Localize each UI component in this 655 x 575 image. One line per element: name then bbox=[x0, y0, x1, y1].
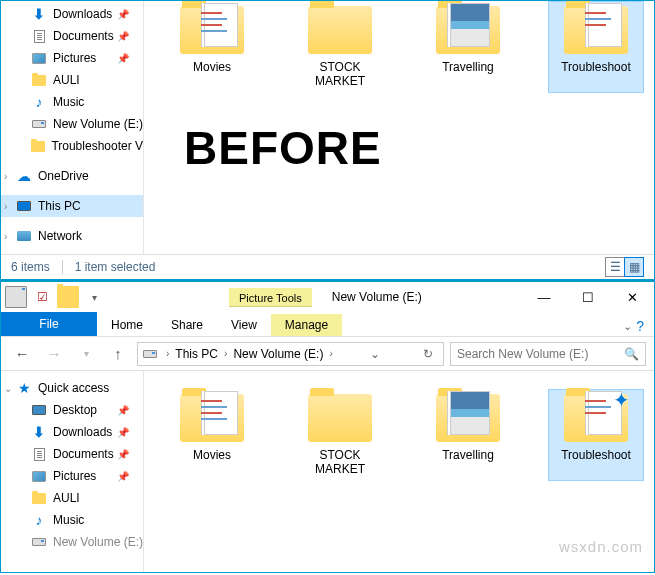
tree-pictures[interactable]: Pictures📌 bbox=[1, 47, 143, 69]
pin-icon: 📌 bbox=[117, 427, 129, 438]
close-button[interactable]: ✕ bbox=[610, 283, 654, 311]
label: OneDrive bbox=[38, 169, 89, 183]
folder-movies[interactable]: Movies bbox=[164, 389, 260, 481]
label: Movies bbox=[167, 60, 257, 74]
explorer-window-before: ⬇Downloads📌 Documents📌 Pictures📌 AULI ♪M… bbox=[0, 0, 655, 280]
pin-icon: 📌 bbox=[117, 405, 129, 416]
minimize-button[interactable]: — bbox=[522, 283, 566, 311]
label: AULI bbox=[53, 491, 80, 505]
contextual-tab-header: Picture Tools bbox=[229, 288, 312, 307]
details-view-button[interactable]: ☰ bbox=[605, 257, 625, 277]
file-grid: Movies STOCK MARKET Travelling ✦Troubles… bbox=[154, 389, 644, 481]
expand-icon[interactable]: › bbox=[4, 201, 7, 212]
label: Quick access bbox=[38, 381, 109, 395]
pin-icon: 📌 bbox=[117, 449, 129, 460]
icons-view-button[interactable]: ▦ bbox=[624, 257, 644, 277]
explorer-window-after: ☑ ▾ Picture Tools New Volume (E:) — ☐ ✕ … bbox=[0, 280, 655, 573]
tree-newvolume[interactable]: New Volume (E:) bbox=[1, 113, 143, 135]
tree-music[interactable]: ♪Music bbox=[1, 509, 143, 531]
history-button[interactable]: ▾ bbox=[73, 341, 99, 367]
label: New Volume (E:) bbox=[53, 535, 143, 549]
tab-home[interactable]: Home bbox=[97, 314, 157, 336]
tab-file[interactable]: File bbox=[1, 312, 97, 336]
address-bar[interactable]: › This PC › New Volume (E:) › ⌄ ↻ bbox=[137, 342, 444, 366]
chevron-icon[interactable]: › bbox=[329, 348, 332, 359]
folder-stockmarket[interactable]: STOCK MARKET bbox=[292, 1, 388, 93]
view-toggle: ☰ ▦ bbox=[606, 257, 644, 277]
tab-view[interactable]: View bbox=[217, 314, 271, 336]
search-box[interactable]: 🔍 bbox=[450, 342, 646, 366]
search-icon[interactable]: 🔍 bbox=[624, 347, 639, 361]
tree-downloads[interactable]: ⬇Downloads📌 bbox=[1, 421, 143, 443]
label: Network bbox=[38, 229, 82, 243]
crumb-newvolume[interactable]: New Volume (E:) bbox=[229, 345, 327, 363]
pin-icon: 📌 bbox=[117, 31, 129, 42]
drive-icon bbox=[31, 534, 47, 550]
qat-properties-button[interactable]: ☑ bbox=[31, 286, 53, 308]
label: Documents bbox=[53, 29, 114, 43]
expand-ribbon-icon[interactable]: ⌄ bbox=[623, 320, 632, 333]
folder-movies[interactable]: Movies bbox=[164, 1, 260, 93]
tree-newvolume[interactable]: New Volume (E:) bbox=[1, 531, 143, 553]
folder-travelling[interactable]: Travelling bbox=[420, 1, 516, 93]
file-grid: Movies STOCK MARKET Travelling Troublesh… bbox=[154, 1, 644, 93]
folder-icon bbox=[31, 138, 45, 154]
chevron-icon[interactable]: › bbox=[166, 348, 169, 359]
window-controls: — ☐ ✕ bbox=[522, 283, 654, 311]
tree-auli[interactable]: AULI bbox=[1, 69, 143, 91]
expand-icon[interactable]: › bbox=[4, 171, 7, 182]
tree-auli[interactable]: AULI bbox=[1, 487, 143, 509]
pin-icon: 📌 bbox=[117, 471, 129, 482]
refresh-button[interactable]: ↻ bbox=[417, 345, 439, 363]
tree-pictures[interactable]: Pictures📌 bbox=[1, 465, 143, 487]
picture-icon bbox=[31, 468, 47, 484]
back-button[interactable]: ← bbox=[9, 341, 35, 367]
ribbon-tabs: File Home Share View Manage ⌄ ? bbox=[1, 312, 654, 337]
tree-quickaccess[interactable]: ⌄★Quick access bbox=[1, 377, 143, 399]
picture-icon bbox=[31, 50, 47, 66]
tree-music[interactable]: ♪Music bbox=[1, 91, 143, 113]
label: New Volume (E:) bbox=[53, 117, 143, 131]
search-input[interactable] bbox=[457, 347, 624, 361]
tab-share[interactable]: Share bbox=[157, 314, 217, 336]
download-icon: ⬇ bbox=[31, 424, 47, 440]
address-dropdown-button[interactable]: ⌄ bbox=[364, 345, 386, 363]
maximize-button[interactable]: ☐ bbox=[566, 283, 610, 311]
help-icon[interactable]: ? bbox=[636, 318, 644, 334]
folder-travelling[interactable]: Travelling bbox=[420, 389, 516, 481]
expand-icon[interactable]: › bbox=[4, 231, 7, 242]
tree-network[interactable]: ›Network bbox=[1, 225, 143, 247]
status-selected: 1 item selected bbox=[75, 260, 156, 274]
tab-manage[interactable]: Manage bbox=[271, 314, 342, 336]
tree-thispc[interactable]: ›This PC bbox=[1, 195, 143, 217]
label: Pictures bbox=[53, 469, 96, 483]
context-tab-title: Picture Tools bbox=[229, 288, 312, 307]
qat-customize-button[interactable]: ▾ bbox=[83, 286, 105, 308]
crumb-thispc[interactable]: This PC bbox=[171, 345, 222, 363]
label: STOCK MARKET bbox=[295, 448, 385, 476]
chevron-icon[interactable]: › bbox=[224, 348, 227, 359]
folder-troubleshoot[interactable]: Troubleshoot bbox=[548, 1, 644, 93]
label: STOCK MARKET bbox=[295, 60, 385, 88]
label: This PC bbox=[38, 199, 81, 213]
forward-button[interactable]: → bbox=[41, 341, 67, 367]
label: Downloads bbox=[53, 7, 112, 21]
up-button[interactable]: ↑ bbox=[105, 341, 131, 367]
quick-access-toolbar: ☑ ▾ bbox=[1, 286, 109, 308]
folder-troubleshoot[interactable]: ✦Troubleshoot bbox=[548, 389, 644, 481]
tree-documents[interactable]: Documents📌 bbox=[1, 443, 143, 465]
tree-troubleshooter[interactable]: Troubleshooter V bbox=[1, 135, 143, 157]
file-content[interactable]: Movies STOCK MARKET Travelling Troublesh… bbox=[144, 1, 654, 254]
pin-icon: 📌 bbox=[117, 9, 129, 20]
tree-desktop[interactable]: Desktop📌 bbox=[1, 399, 143, 421]
label: Travelling bbox=[423, 448, 513, 462]
collapse-icon[interactable]: ⌄ bbox=[4, 383, 12, 394]
pin-icon: 📌 bbox=[117, 53, 129, 64]
label: Desktop bbox=[53, 403, 97, 417]
tree-documents[interactable]: Documents📌 bbox=[1, 25, 143, 47]
tree-downloads[interactable]: ⬇Downloads📌 bbox=[1, 3, 143, 25]
navigation-tree: ⌄★Quick access Desktop📌 ⬇Downloads📌 Docu… bbox=[1, 371, 144, 572]
tree-onedrive[interactable]: ›☁OneDrive bbox=[1, 165, 143, 187]
qat-newfolder-button[interactable] bbox=[57, 286, 79, 308]
folder-stockmarket[interactable]: STOCK MARKET bbox=[292, 389, 388, 481]
